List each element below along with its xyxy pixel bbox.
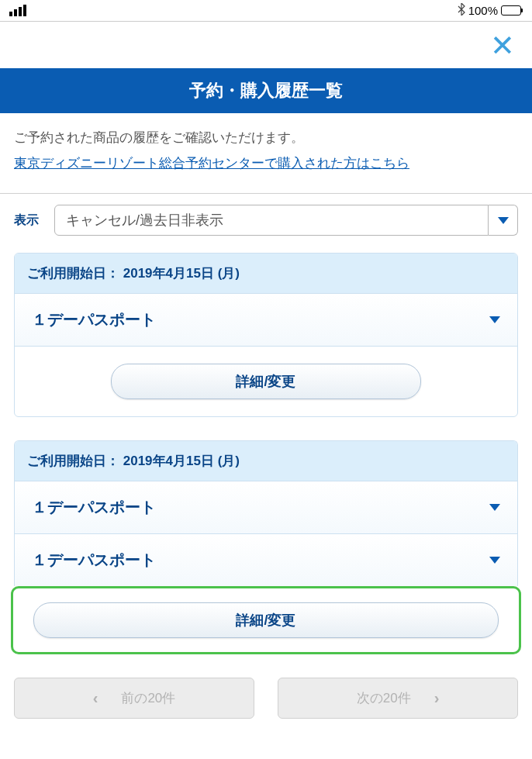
page-title: 予約・購入履歴一覧 [0,68,532,113]
intro-section: ご予約された商品の履歴をご確認いただけます。 東京ディズニーリゾート総合予約セン… [0,113,532,194]
chevron-down-icon [489,205,518,236]
booking-item-label: １デーパスポート [32,497,156,518]
booking-date-header: ご利用開始日： 2019年4月15日 (月) [15,254,517,293]
chevron-down-icon [489,316,500,323]
pagination: ‹ 前の20件 次の20件 › [0,678,532,734]
battery-icon [501,5,523,16]
detail-change-button[interactable]: 詳細/変更 [33,602,499,638]
close-icon[interactable]: ✕ [490,31,515,60]
next-page-button[interactable]: 次の20件 › [278,678,518,719]
detail-change-button[interactable]: 詳細/変更 [111,364,421,399]
chevron-down-icon [489,557,500,564]
next-page-label: 次の20件 [357,689,411,707]
filter-select[interactable]: キャンセル/過去日非表示 [54,205,518,236]
bluetooth-icon [458,3,465,18]
booking-item-label: １デーパスポート [32,309,156,330]
chevron-down-icon [489,504,500,511]
booking-item-row[interactable]: １デーパスポート [15,533,517,586]
prev-page-label: 前の20件 [121,689,175,707]
filter-select-value: キャンセル/過去日非表示 [54,205,489,236]
booking-date-header: ご利用開始日： 2019年4月15日 (月) [15,441,517,481]
signal-indicator [9,5,26,16]
booking-card: ご利用開始日： 2019年4月15日 (月) １デーパスポート １デーパスポート [14,440,518,586]
intro-link[interactable]: 東京ディズニーリゾート総合予約センターで購入された方はこちら [14,156,409,171]
intro-text: ご予約された商品の履歴をご確認いただけます。 [14,129,518,147]
booking-item-row[interactable]: １デーパスポート [15,293,517,346]
battery-percent: 100% [468,4,498,17]
prev-page-button[interactable]: ‹ 前の20件 [14,678,254,719]
booking-card: ご利用開始日： 2019年4月15日 (月) １デーパスポート 詳細/変更 [14,253,518,417]
filter-row: 表示 キャンセル/過去日非表示 [0,194,532,253]
chevron-right-icon: › [434,689,440,707]
highlighted-action: 詳細/変更 [11,586,521,654]
filter-label: 表示 [14,212,39,229]
chevron-left-icon: ‹ [93,689,98,707]
booking-item-label: １デーパスポート [32,550,156,571]
booking-item-row[interactable]: １デーパスポート [15,481,517,533]
status-bar: 100% [0,0,532,22]
